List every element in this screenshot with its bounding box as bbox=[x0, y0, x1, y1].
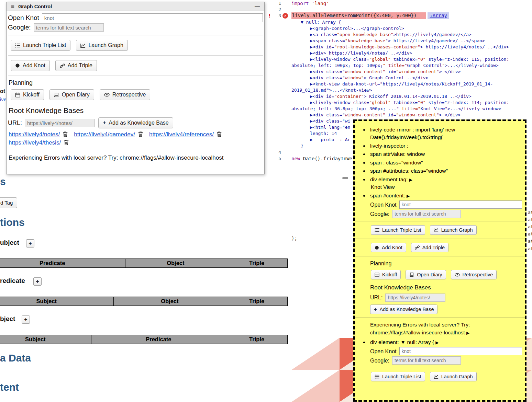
inspector-line[interactable]: 2019_01_18.md">...</knot-view> bbox=[291, 87, 532, 93]
add-knot-button[interactable]: Add Knot bbox=[371, 243, 406, 252]
open-knot-label: Open Knot bbox=[8, 14, 39, 22]
add-triple-label: Add Triple bbox=[422, 245, 445, 250]
inspector-line[interactable]: absolute; left: 100px; top: 100px;" titl… bbox=[291, 62, 532, 69]
inspector-line[interactable]: ▶<knot-view data-knot-url="https://livel… bbox=[291, 81, 532, 87]
column-header: Object bbox=[113, 297, 226, 306]
google-search-input[interactable] bbox=[34, 23, 104, 32]
launch-triple-list-button[interactable]: Launch Triple List bbox=[371, 225, 425, 235]
overlay-item-code-mirror[interactable]: lively-code-mirror : import 'lang' new D… bbox=[369, 126, 522, 141]
inspector-line[interactable]: ▼ null: Array { bbox=[291, 19, 532, 25]
code-line-3[interactable]: lively.allElementsFromPoint({x:400, y:40… bbox=[291, 13, 449, 18]
overlay-item-span-class[interactable]: span : class="window" bbox=[369, 159, 522, 166]
window-titlebar[interactable]: ≡ Graph Control — bbox=[7, 2, 264, 11]
code-line-1[interactable]: import 'lang' bbox=[291, 1, 329, 6]
launch-triple-list-label: Launch Triple List bbox=[23, 42, 66, 48]
url-input[interactable] bbox=[25, 119, 95, 127]
launch-graph-button[interactable]: Launch Graph bbox=[430, 372, 477, 381]
column-header: Subject bbox=[0, 297, 113, 306]
launch-graph-label: Launch Graph bbox=[441, 227, 473, 233]
add-knowledge-base-button[interactable]: + Add as Knowledge Base bbox=[370, 305, 437, 314]
inspector-line[interactable]: ▶<div id="root-knowledge-bases-container… bbox=[291, 44, 532, 50]
inspector-line[interactable]: ▶<a class="open-knowledge-base">https://… bbox=[291, 32, 532, 38]
url-input[interactable] bbox=[385, 294, 445, 302]
add-button[interactable]: + bbox=[33, 277, 42, 286]
kickoff-button[interactable]: Kickoff bbox=[371, 270, 401, 279]
open-knot-input[interactable] bbox=[42, 13, 263, 22]
add-knot-button[interactable]: Add Knot bbox=[11, 60, 50, 71]
google-search-input[interactable] bbox=[392, 210, 461, 218]
chart-icon bbox=[434, 228, 439, 232]
expand-arrow-icon[interactable]: ▶ bbox=[435, 340, 439, 345]
array-result-link[interactable]: :Array bbox=[428, 12, 449, 19]
overlay-item-inspector[interactable]: lively-inspector : bbox=[369, 142, 522, 150]
open-diary-button[interactable]: Open Diary bbox=[49, 89, 94, 100]
knot-dot-icon bbox=[15, 63, 20, 68]
open-knot-input[interactable] bbox=[399, 347, 522, 355]
overlay-item-div-element[interactable]: div element: ▼ null: Array { ▶ Open Knot… bbox=[369, 338, 522, 381]
overlay-item-attr-value[interactable]: span attrValue: window bbox=[369, 150, 522, 158]
column-header: Triple bbox=[226, 335, 288, 344]
launch-graph-button[interactable]: Launch Graph bbox=[430, 225, 477, 235]
inspector-line[interactable]: ▶<div class="window-content" id="window-… bbox=[291, 112, 532, 118]
clipped-text-fragment: at bbox=[528, 246, 532, 251]
trash-icon bbox=[217, 131, 222, 138]
text-fragment: s bbox=[0, 176, 6, 187]
window-title: Graph Control bbox=[18, 4, 251, 9]
link-icon bbox=[415, 245, 420, 250]
inspector-line[interactable]: ▶<graph-control>...</graph-control> bbox=[291, 25, 532, 32]
trash-icon bbox=[64, 140, 69, 146]
inspector-line[interactable]: ▶<div> https://lively4/notes/ ..</div> bbox=[291, 50, 532, 56]
inspector-line[interactable]: ▶<div class="window"> Graph Control ..</… bbox=[291, 75, 532, 81]
graph-control-window[interactable]: ≡ Graph Control — Open Knot Google: Laun… bbox=[6, 2, 265, 174]
code-line-5[interactable]: new Date().fridayInWe bbox=[291, 156, 352, 161]
error-highlighted-code[interactable]: lively.allElementsFromPoint({x:400, y:40… bbox=[291, 12, 426, 19]
launch-triple-list-button[interactable]: Launch Triple List bbox=[371, 372, 425, 381]
inspector-line[interactable]: ▶<div id="container"> Kickoff 2019.01.14… bbox=[291, 93, 532, 100]
knowledge-base-link[interactable]: https://lively4/references/ bbox=[149, 131, 214, 138]
inspector-line[interactable]: ▶<lively-window class="global" tabindex=… bbox=[291, 100, 532, 106]
add-knot-label: Add Knot bbox=[23, 62, 45, 69]
inspector-line[interactable]: ▶<span class="knowledge-base"> https://l… bbox=[291, 38, 532, 44]
add-triple-button[interactable]: Add Triple bbox=[411, 243, 448, 252]
list-icon bbox=[15, 43, 20, 48]
inspector-line[interactable]: ▶<lively-window class="global" tabindex=… bbox=[291, 56, 532, 62]
retrospective-button[interactable]: Retrospective bbox=[100, 89, 151, 100]
retrospective-button[interactable]: Retrospective bbox=[451, 270, 497, 279]
overlay-item-div-tag[interactable]: div element tag: ▶ Knot View bbox=[369, 176, 522, 191]
add-button[interactable]: + bbox=[26, 239, 34, 248]
add-knowledge-base-button[interactable]: + Add as Knowledge Base bbox=[98, 117, 173, 128]
overlay-item-span-content[interactable]: span #content: ▶ Open Knot Google: bbox=[369, 192, 522, 336]
expand-arrow-icon[interactable]: ▶ bbox=[466, 331, 469, 335]
open-diary-button[interactable]: Open Diary bbox=[406, 270, 446, 279]
window-menu-icon[interactable]: ≡ bbox=[11, 3, 14, 10]
page-root: ot Vivesd Tagtionsubject+redicate+bject+… bbox=[0, 0, 532, 402]
inspector-line[interactable]: ▶<div class="window-content" id="window-… bbox=[291, 69, 532, 75]
clipped-text-fragment: at bbox=[528, 231, 532, 237]
delete-knowledge-base-button[interactable] bbox=[138, 131, 143, 138]
kickoff-button[interactable]: Kickoff bbox=[11, 89, 44, 100]
knowledge-base-link[interactable]: https://lively4/thesis/ bbox=[9, 139, 61, 146]
inspector-line[interactable]: absolute; left: 36.8px; top: 300px; ..."… bbox=[291, 106, 532, 112]
overlay-item-span-attributes[interactable]: span #attributes: class="window" bbox=[369, 167, 522, 175]
trash-icon bbox=[138, 131, 143, 138]
expand-arrow-icon[interactable]: ▶ bbox=[409, 177, 412, 182]
launch-graph-button[interactable]: Launch Graph bbox=[76, 40, 128, 51]
delete-knowledge-base-button[interactable] bbox=[217, 131, 222, 138]
launch-triple-list-button[interactable]: Launch Triple List bbox=[11, 40, 70, 51]
cut-button-fragment[interactable]: d Tag bbox=[0, 197, 17, 208]
kickoff-label: Kickoff bbox=[23, 92, 40, 98]
knowledge-base-link[interactable]: https://lively4/notes/ bbox=[9, 131, 60, 138]
open-knot-input[interactable] bbox=[399, 200, 522, 209]
add-triple-button[interactable]: Add Triple bbox=[55, 60, 97, 71]
delete-knowledge-base-button[interactable] bbox=[63, 131, 68, 138]
google-search-input[interactable] bbox=[392, 356, 461, 365]
divider bbox=[8, 55, 263, 56]
add-button[interactable]: + bbox=[22, 315, 30, 324]
line-number: 1 bbox=[267, 1, 281, 6]
calendar-icon bbox=[375, 272, 379, 277]
expand-arrow-icon[interactable]: ▶ bbox=[407, 194, 410, 198]
knowledge-base-link[interactable]: https://lively4/gamedev/ bbox=[74, 131, 135, 138]
text-fragment: tions bbox=[0, 217, 25, 228]
minimize-button[interactable]: — bbox=[255, 3, 260, 9]
delete-knowledge-base-button[interactable] bbox=[64, 140, 69, 146]
